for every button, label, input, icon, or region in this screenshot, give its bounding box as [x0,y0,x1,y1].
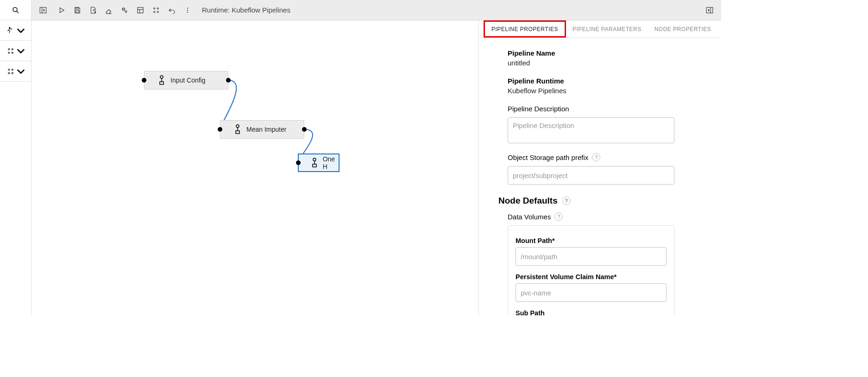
svg-point-28 [187,12,188,13]
svg-rect-36 [236,131,239,134]
clear-button[interactable] [101,2,117,18]
toolbar: Runtime: Kubeflow Pipelines [31,0,721,20]
components-icon [6,67,15,76]
svg-point-24 [154,11,155,13]
pipeline-name-label: Pipeline Name [508,49,697,57]
save-icon [73,6,82,14]
subpath-label: Sub Path [516,309,667,315]
pipeline-canvas[interactable]: Input Config Mean Imputer On [31,20,478,315]
panel-right-icon [705,6,714,14]
svg-point-34 [236,125,239,128]
svg-point-6 [12,52,13,53]
settings-button[interactable] [117,2,132,18]
palette-components-alt-button[interactable] [0,61,31,82]
port-in[interactable] [296,160,301,165]
gears-icon [120,6,129,14]
erase-icon [105,6,113,14]
pipeline-name-value: untitled [508,59,697,67]
help-icon[interactable]: ? [592,153,600,161]
run-button[interactable] [54,2,69,18]
search-icon [12,6,20,14]
palette-runtimes-button[interactable] [0,20,31,41]
arrange-icon [152,6,160,14]
svg-point-3 [8,48,9,50]
svg-rect-11 [40,7,46,13]
pvc-label: Persistent Volume Claim Name* [516,273,667,281]
layout-button[interactable] [132,2,148,18]
pipeline-runtime-label: Pipeline Runtime [508,77,697,85]
svg-point-18 [125,11,127,13]
search-button[interactable] [0,0,31,20]
undo-icon [168,6,176,14]
chevron-down-icon [17,26,25,35]
node-label: One H [323,155,339,170]
left-rail [0,0,31,315]
svg-point-22 [154,7,155,9]
undo-button[interactable] [164,2,180,18]
svg-line-1 [17,11,19,13]
pipeline-description-label: Pipeline Description [508,105,697,113]
svg-point-26 [187,7,188,8]
canvas-edges [31,20,478,315]
node-type-icon [157,75,167,85]
panel-left-button[interactable] [35,2,51,18]
svg-point-25 [157,11,158,13]
svg-point-37 [313,158,316,161]
palette-components-button[interactable] [0,41,31,61]
port-out[interactable] [302,127,307,132]
more-button[interactable] [180,2,195,18]
node-input-config[interactable]: Input Config [144,71,228,89]
tab-pipeline-properties[interactable]: PIPELINE PROPERTIES [484,20,566,38]
layout-icon [136,6,145,14]
runner-icon [6,26,15,35]
chevron-down-icon [17,67,25,76]
help-icon[interactable]: ? [554,212,563,221]
node-defaults-header: Node Defaults ? [498,196,697,206]
node-type-icon [233,124,243,134]
data-volumes-label: Data Volumes ? [508,212,697,221]
mount-path-label: Mount Path* [516,237,667,244]
save-button[interactable] [69,2,85,18]
panel-tabs: PIPELINE PROPERTIES PIPELINE PARAMETERS … [479,20,721,38]
panel-right-button[interactable] [702,2,717,18]
pipeline-description-input[interactable] [508,117,674,143]
svg-rect-14 [76,7,78,9]
node-mean-imputer[interactable]: Mean Imputer [220,120,304,139]
help-icon[interactable]: ? [562,197,571,205]
svg-point-8 [12,69,13,70]
pvc-input[interactable] [516,283,667,302]
data-volume-item: Mount Path* Persistent Volume Claim Name… [508,225,674,315]
svg-point-10 [12,72,13,74]
play-icon [57,6,66,14]
svg-point-2 [9,27,10,28]
svg-point-31 [160,76,163,78]
dots-vertical-icon [183,6,192,14]
port-in[interactable] [218,127,222,132]
mount-path-input[interactable] [516,247,667,266]
node-type-icon [310,158,319,168]
svg-rect-39 [313,164,316,167]
svg-point-7 [8,69,9,70]
storage-prefix-input[interactable] [508,166,674,185]
arrange-button[interactable] [148,2,164,18]
node-one-h[interactable]: One H [298,153,340,172]
components-icon [6,47,15,55]
svg-rect-15 [76,10,79,13]
node-label: Input Config [170,77,206,84]
port-out[interactable] [226,78,231,83]
svg-point-9 [8,72,9,74]
properties-panel: PIPELINE PROPERTIES PIPELINE PARAMETERS … [478,20,721,315]
svg-point-0 [13,7,17,12]
svg-marker-13 [60,7,64,13]
export-icon [89,6,97,14]
svg-rect-29 [706,7,713,13]
panel-body[interactable]: Pipeline Name untitled Pipeline Runtime … [479,38,721,315]
export-button[interactable] [85,2,101,18]
runtime-label: Runtime: Kubeflow Pipelines [202,6,290,14]
svg-rect-19 [138,7,143,13]
tab-node-properties[interactable]: NODE PROPERTIES [648,20,718,38]
pipeline-runtime-value: Kubeflow Pipelines [508,87,697,95]
tab-pipeline-parameters[interactable]: PIPELINE PARAMETERS [566,20,648,38]
port-in[interactable] [142,78,146,83]
storage-prefix-label: Object Storage path prefix ? [508,153,697,161]
